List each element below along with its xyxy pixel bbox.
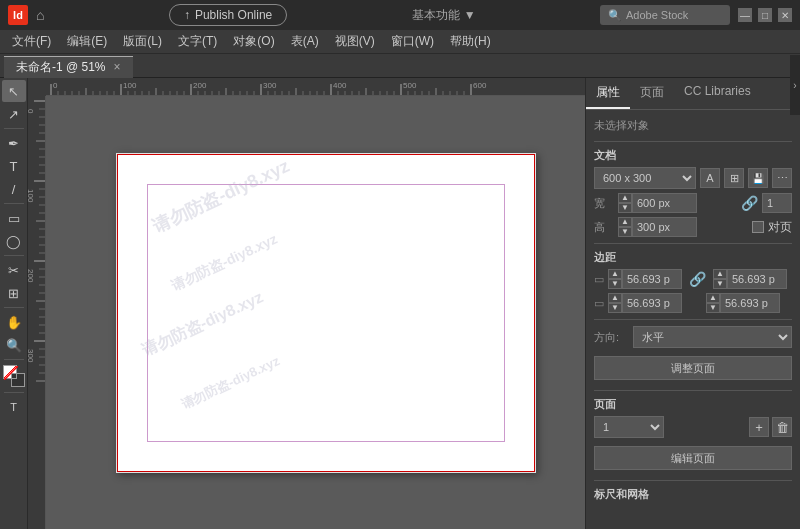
watermark-2: 请勿防盗-diy8.xyz — [168, 230, 280, 295]
doc-icon-cols[interactable]: ⊞ — [724, 168, 744, 188]
margin-top-input[interactable] — [622, 269, 682, 289]
doc-icon-more[interactable]: ⋯ — [772, 168, 792, 188]
margin-left-input[interactable] — [720, 293, 780, 313]
margin-bottom-input[interactable] — [622, 293, 682, 313]
margin-left-up[interactable]: ▲ — [706, 293, 720, 303]
margin-bottom-up[interactable]: ▲ — [608, 293, 622, 303]
margin-right-down[interactable]: ▼ — [713, 279, 727, 289]
tab-properties[interactable]: 属性 — [586, 78, 630, 109]
svg-text:200: 200 — [28, 269, 35, 283]
margin-guides — [147, 184, 505, 442]
margin-bottom-down[interactable]: ▼ — [608, 303, 622, 313]
horizontal-ruler: 0100200300400500600 — [46, 78, 585, 96]
publish-online-button[interactable]: ↑ Publish Online — [169, 4, 287, 26]
tool-separator-6 — [4, 392, 24, 393]
rect-tool[interactable]: ▭ — [2, 207, 26, 229]
facing-checkbox[interactable] — [752, 221, 764, 233]
tool-separator-1 — [4, 128, 24, 129]
panel-expand-btn[interactable]: › — [790, 78, 800, 115]
menu-item-窗口(W)[interactable]: 窗口(W) — [383, 31, 442, 52]
section-ruler-title: 标尺和网格 — [594, 487, 792, 502]
margin-left-wrapper: ▲ ▼ — [706, 293, 780, 313]
doc-size-select[interactable]: 600 x 300 — [594, 167, 696, 189]
document-tab[interactable]: 未命名-1 @ 51% × — [4, 56, 133, 78]
menubar: 文件(F)编辑(E)版面(L)文字(T)对象(O)表(A)视图(V)窗口(W)帮… — [0, 30, 800, 54]
right-panel: › 属性 页面 CC Libraries 未选择对象 文档 600 x 300 … — [585, 78, 800, 529]
margin-link-icon: 🔗 — [689, 271, 706, 287]
main-layout: ↖ ↗ ✒ T / ▭ ◯ ✂ ⊞ ✋ 🔍 T — [0, 78, 800, 529]
adjust-page-button[interactable]: 调整页面 — [594, 356, 792, 380]
tab-label: 未命名-1 @ 51% — [16, 59, 106, 76]
margin-bottom-icon: ▭ — [594, 297, 604, 310]
menu-item-文件(F)[interactable]: 文件(F) — [4, 31, 59, 52]
svg-text:400: 400 — [333, 81, 347, 90]
margin-left-spin: ▲ ▼ — [706, 293, 720, 313]
width-label: 宽 — [594, 196, 614, 211]
margin-top-down[interactable]: ▼ — [608, 279, 622, 289]
add-page-button[interactable]: + — [749, 417, 769, 437]
type-tool[interactable]: T — [2, 155, 26, 177]
pages-input[interactable] — [762, 193, 792, 213]
close-button[interactable]: ✕ — [778, 8, 792, 22]
doc-icon-a[interactable]: A — [700, 168, 720, 188]
select-tool[interactable]: ↖ — [2, 80, 26, 102]
restore-button[interactable]: □ — [758, 8, 772, 22]
margin-bottom-spin: ▲ ▼ — [608, 293, 622, 313]
workspace-arrow-icon[interactable]: ▼ — [464, 8, 476, 22]
menu-item-文字(T)[interactable]: 文字(T) — [170, 31, 225, 52]
menu-item-表(A)[interactable]: 表(A) — [283, 31, 327, 52]
margin-right-input[interactable] — [727, 269, 787, 289]
direction-select[interactable]: 水平 — [633, 326, 792, 348]
menu-item-对象(O)[interactable]: 对象(O) — [225, 31, 282, 52]
home-icon[interactable]: ⌂ — [36, 7, 44, 23]
section-document-title: 文档 — [594, 148, 792, 163]
zoom-tool[interactable]: 🔍 — [2, 334, 26, 356]
publish-icon: ↑ — [184, 8, 190, 22]
menu-item-编辑(E)[interactable]: 编辑(E) — [59, 31, 115, 52]
minimize-button[interactable]: — — [738, 8, 752, 22]
width-spin-btns: ▲ ▼ — [618, 193, 632, 213]
fill-stroke-color[interactable] — [3, 365, 25, 387]
canvas-viewport[interactable]: 请勿防盗-diy8.xyz 请勿防盗-diy8.xyz 请勿防盗-diy8.xy… — [46, 96, 585, 529]
doc-save-icon: 💾 — [752, 173, 764, 184]
height-spin-down[interactable]: ▼ — [618, 227, 632, 237]
search-box[interactable]: 🔍 Adobe Stock — [600, 5, 730, 25]
margin-top-icon: ▭ — [594, 273, 604, 286]
direction-label: 方向: — [594, 330, 629, 345]
width-input[interactable] — [632, 193, 697, 213]
tab-close-icon[interactable]: × — [114, 60, 121, 74]
margin-right-wrapper: ▲ ▼ — [713, 269, 787, 289]
titlebar: Id ⌂ ↑ Publish Online 基本功能 ▼ 🔍 Adobe Sto… — [0, 0, 800, 30]
type-on-path-tool[interactable]: T — [2, 396, 26, 418]
ellipse-tool[interactable]: ◯ — [2, 230, 26, 252]
page-select[interactable]: 1 — [594, 416, 664, 438]
pen-tool[interactable]: ✒ — [2, 132, 26, 154]
menu-item-视图(V)[interactable]: 视图(V) — [327, 31, 383, 52]
height-spin-up[interactable]: ▲ — [618, 217, 632, 227]
tool-separator-2 — [4, 203, 24, 204]
menu-item-版面(L)[interactable]: 版面(L) — [115, 31, 170, 52]
tab-cc-libraries[interactable]: CC Libraries — [674, 78, 761, 109]
width-spin-down[interactable]: ▼ — [618, 203, 632, 213]
watermark-1: 请勿防盗-diy8.xyz — [148, 153, 292, 237]
margin-left-down[interactable]: ▼ — [706, 303, 720, 313]
gradient-tool[interactable]: ⊞ — [2, 282, 26, 304]
menu-item-帮助(H)[interactable]: 帮助(H) — [442, 31, 499, 52]
left-toolbar: ↖ ↗ ✒ T / ▭ ◯ ✂ ⊞ ✋ 🔍 T — [0, 78, 28, 529]
edit-page-button[interactable]: 编辑页面 — [594, 446, 792, 470]
svg-text:500: 500 — [403, 81, 417, 90]
line-tool[interactable]: / — [2, 178, 26, 200]
width-spin-up[interactable]: ▲ — [618, 193, 632, 203]
tab-pages[interactable]: 页面 — [630, 78, 674, 109]
delete-page-button[interactable]: 🗑 — [772, 417, 792, 437]
svg-text:200: 200 — [193, 81, 207, 90]
margin-top-up[interactable]: ▲ — [608, 269, 622, 279]
tabbar: 未命名-1 @ 51% × — [0, 54, 800, 78]
height-input[interactable] — [632, 217, 697, 237]
hand-tool[interactable]: ✋ — [2, 311, 26, 333]
direct-select-tool[interactable]: ↗ — [2, 103, 26, 125]
watermark-3: 请勿防盗-diy8.xyz — [138, 287, 266, 362]
doc-icon-save[interactable]: 💾 — [748, 168, 768, 188]
scissors-tool[interactable]: ✂ — [2, 259, 26, 281]
margin-right-up[interactable]: ▲ — [713, 269, 727, 279]
